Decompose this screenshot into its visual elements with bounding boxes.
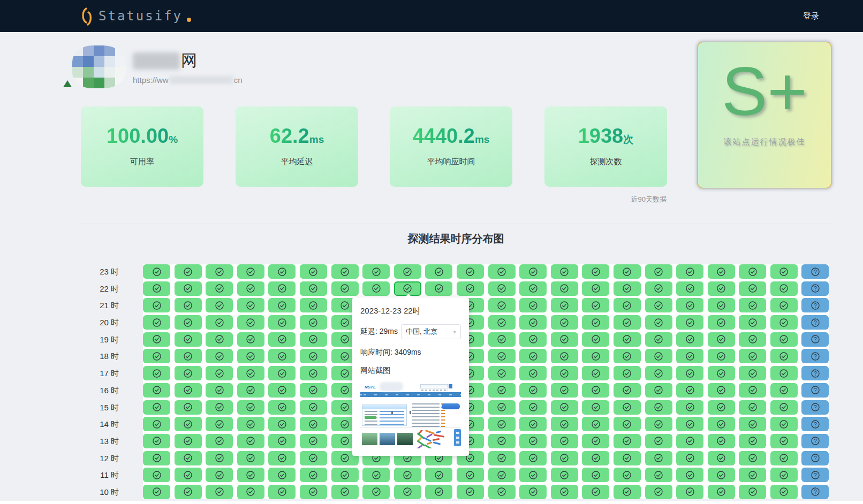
status-cell-ok[interactable] — [362, 485, 390, 499]
status-cell-ok[interactable] — [300, 400, 327, 415]
status-cell-ok[interactable] — [143, 485, 170, 499]
status-cell-ok[interactable] — [206, 400, 233, 415]
status-cell-ok[interactable] — [488, 298, 516, 312]
status-cell-ok[interactable] — [676, 366, 703, 380]
status-cell-ok[interactable] — [676, 485, 703, 499]
status-cell-ok[interactable] — [143, 434, 170, 448]
status-cell-ok[interactable] — [582, 434, 609, 448]
status-cell-ok[interactable] — [519, 434, 547, 448]
status-cell-ok[interactable] — [770, 468, 798, 482]
status-cell-ok[interactable] — [268, 298, 296, 312]
status-cell-ok[interactable] — [206, 264, 233, 279]
status-cell-ok[interactable] — [708, 434, 735, 448]
status-cell-ok[interactable] — [582, 264, 609, 279]
status-cell-ok[interactable] — [425, 468, 452, 482]
status-cell-unknown[interactable]: ? — [801, 468, 829, 482]
status-cell-ok[interactable] — [582, 417, 609, 431]
status-cell-ok[interactable] — [206, 298, 233, 312]
status-cell-ok[interactable] — [519, 417, 547, 431]
status-cell-ok[interactable] — [708, 332, 735, 347]
status-cell-unknown[interactable]: ? — [801, 349, 829, 363]
status-cell-ok[interactable] — [425, 485, 452, 499]
status-cell-ok[interactable] — [614, 315, 641, 330]
status-cell-ok[interactable] — [614, 451, 641, 465]
status-cell-ok[interactable] — [770, 281, 798, 296]
status-cell-ok[interactable] — [268, 366, 296, 380]
status-cell-ok[interactable] — [551, 332, 578, 347]
status-cell-ok[interactable] — [739, 264, 766, 279]
status-cell-ok[interactable] — [206, 383, 233, 398]
status-cell-unknown[interactable]: ? — [801, 400, 829, 415]
status-cell-ok[interactable] — [268, 383, 296, 398]
status-cell-ok[interactable] — [645, 400, 672, 415]
status-cell-ok[interactable] — [551, 264, 578, 279]
status-cell-ok[interactable] — [770, 315, 798, 330]
status-cell-ok[interactable] — [582, 468, 609, 482]
status-cell-ok[interactable] — [551, 281, 578, 296]
status-cell-ok[interactable] — [362, 281, 390, 296]
status-cell-ok[interactable] — [143, 417, 170, 431]
status-cell-ok[interactable] — [739, 315, 766, 330]
status-cell-ok[interactable] — [614, 298, 641, 312]
status-cell-ok[interactable] — [457, 485, 484, 499]
status-cell-ok[interactable] — [551, 417, 578, 431]
status-cell-ok[interactable] — [645, 451, 672, 465]
status-cell-ok[interactable] — [770, 383, 798, 398]
status-cell-ok[interactable] — [331, 485, 359, 499]
status-cell-ok[interactable] — [300, 417, 327, 431]
status-cell-ok[interactable] — [676, 315, 703, 330]
status-cell-ok[interactable] — [739, 434, 766, 448]
status-cell-ok[interactable] — [394, 485, 421, 499]
status-cell-ok[interactable] — [206, 451, 233, 465]
status-cell-ok[interactable] — [237, 468, 264, 482]
status-cell-ok[interactable] — [268, 451, 296, 465]
status-cell-ok[interactable] — [175, 485, 202, 499]
status-cell-ok[interactable] — [237, 417, 264, 431]
status-cell-ok[interactable] — [237, 400, 264, 415]
status-cell-ok[interactable] — [488, 451, 516, 465]
status-cell-ok[interactable] — [519, 349, 547, 363]
status-cell-ok[interactable] — [206, 315, 233, 330]
status-cell-ok[interactable] — [362, 264, 390, 279]
status-cell-ok[interactable] — [770, 400, 798, 415]
status-cell-ok[interactable] — [582, 281, 609, 296]
status-cell-ok[interactable] — [268, 264, 296, 279]
status-cell-unknown[interactable]: ? — [801, 485, 829, 499]
status-cell-ok[interactable] — [645, 434, 672, 448]
status-cell-ok[interactable] — [175, 383, 202, 398]
status-cell-ok[interactable] — [645, 298, 672, 312]
status-cell-ok[interactable] — [708, 349, 735, 363]
status-cell-ok[interactable] — [268, 417, 296, 431]
status-cell-ok[interactable] — [770, 264, 798, 279]
status-cell-ok[interactable] — [614, 264, 641, 279]
status-cell-ok[interactable] — [614, 281, 641, 296]
status-cell-ok[interactable] — [268, 434, 296, 448]
status-cell-ok[interactable] — [676, 281, 703, 296]
status-cell-ok[interactable] — [645, 264, 672, 279]
status-cell-ok[interactable] — [582, 315, 609, 330]
status-cell-ok[interactable] — [268, 400, 296, 415]
status-cell-unknown[interactable]: ? — [801, 451, 829, 465]
status-cell-ok[interactable] — [300, 451, 327, 465]
status-cell-ok[interactable] — [143, 281, 170, 296]
status-cell-ok[interactable] — [206, 485, 233, 499]
status-cell-ok[interactable] — [268, 315, 296, 330]
status-cell-ok[interactable] — [488, 417, 516, 431]
status-cell-ok[interactable] — [206, 434, 233, 448]
status-cell-ok[interactable] — [425, 264, 452, 279]
status-cell-ok[interactable] — [519, 468, 547, 482]
status-cell-ok[interactable] — [676, 349, 703, 363]
status-cell-ok[interactable] — [268, 332, 296, 347]
status-cell-ok[interactable] — [143, 400, 170, 415]
status-cell-ok[interactable] — [551, 349, 578, 363]
status-cell-unknown[interactable]: ? — [801, 264, 829, 279]
status-cell-ok[interactable] — [175, 451, 202, 465]
status-cell-ok[interactable] — [645, 332, 672, 347]
status-cell-ok[interactable] — [551, 366, 578, 380]
status-cell-ok[interactable] — [519, 298, 547, 312]
status-cell-ok[interactable] — [645, 281, 672, 296]
status-cell-ok[interactable] — [614, 400, 641, 415]
status-cell-ok[interactable] — [770, 485, 798, 499]
status-cell-ok[interactable] — [237, 315, 264, 330]
status-cell-ok[interactable] — [519, 383, 547, 398]
